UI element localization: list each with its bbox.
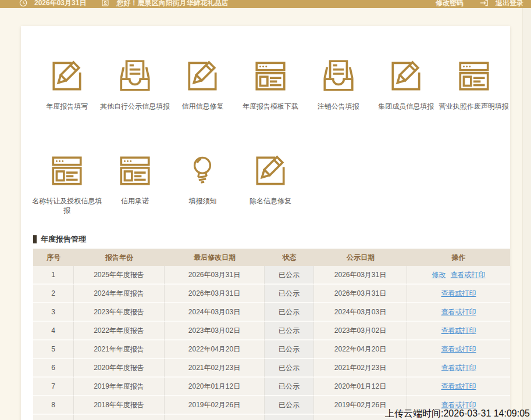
status: 已公示 bbox=[265, 340, 314, 359]
operations-cell: 修改查看或打印 bbox=[407, 266, 510, 285]
last-modified-date: 2021年02月23日 bbox=[165, 359, 265, 378]
publish-date: 2021年02月23日 bbox=[314, 359, 407, 378]
launcher-item-label: 营业执照作废声明填报 bbox=[438, 102, 510, 111]
row-no: 1 bbox=[33, 266, 74, 285]
status: 已公示 bbox=[265, 396, 314, 415]
status: 已公示 bbox=[265, 266, 314, 285]
status: 已公示 bbox=[265, 359, 314, 378]
row-no: 7 bbox=[33, 378, 74, 396]
operations-cell: 查看或打印 bbox=[407, 378, 510, 396]
launcher-item[interactable]: 注销公告填报 bbox=[304, 56, 372, 111]
logout-icon[interactable] bbox=[480, 0, 489, 7]
topbar-inner: 2026年03月31日 您好！鹿泉区向阳街月华鲜花礼品店 修改密码 退出登录 bbox=[0, 0, 531, 8]
topbar: 2026年03月31日 您好！鹿泉区向阳街月华鲜花礼品店 修改密码 退出登录 bbox=[0, 0, 531, 8]
operations-cell: 查看或打印 bbox=[407, 322, 510, 340]
launcher-item-label: 除名信息修复 bbox=[234, 196, 307, 206]
report-year: 2025年年度报告 bbox=[74, 266, 165, 285]
launcher-item-label: 信用承诺 bbox=[99, 196, 171, 206]
view-or-print-link[interactable]: 查看或打印 bbox=[441, 289, 476, 297]
topbar-date: 2026年03月31日 bbox=[34, 0, 86, 8]
table-row: 22024年年度报告2026年03月31日已公示2026年03月31日查看或打印 bbox=[33, 285, 510, 303]
launcher-item[interactable]: 年度报告模板下载 bbox=[237, 56, 305, 111]
table-row: 12025年年度报告2026年03月31日已公示2026年03月31日修改查看或… bbox=[33, 266, 510, 285]
launcher-item[interactable]: 集团成员信息填报 bbox=[372, 56, 440, 111]
publish-date: 2024年03月03日 bbox=[314, 303, 407, 322]
row-no: 5 bbox=[33, 340, 74, 359]
scrollbar-track[interactable] bbox=[522, 8, 531, 420]
view-or-print-link[interactable]: 查看或打印 bbox=[441, 382, 476, 390]
clock-icon bbox=[19, 0, 27, 7]
empty-cell bbox=[165, 415, 265, 420]
launcher-item-label: 填报须知 bbox=[166, 196, 238, 206]
launcher-row-2: 名称转让及授权信息填报 信用承诺 填报须知 除名信息修复 bbox=[33, 151, 508, 215]
operations-cell: 查看或打印 bbox=[407, 303, 510, 322]
lightbulb-icon bbox=[183, 151, 222, 189]
annual-report-table: 序号报告年份最后修改日期状态公示日期操作 12025年年度报告2026年03月3… bbox=[33, 249, 510, 420]
row-no: 6 bbox=[33, 359, 74, 378]
edit-square-icon bbox=[251, 151, 290, 189]
row-no: 3 bbox=[33, 303, 74, 322]
last-modified-date: 2026年03月31日 bbox=[165, 285, 265, 303]
topbar-greeting: 您好！鹿泉区向阳街月华鲜花礼品店 bbox=[116, 0, 228, 8]
launcher-item[interactable]: 年度报告填写 bbox=[33, 56, 101, 111]
edit-square-icon bbox=[387, 56, 425, 95]
column-header: 操作 bbox=[407, 249, 510, 266]
launcher-item[interactable]: 其他自行公示信息填报 bbox=[101, 56, 169, 111]
launcher-row-1: 年度报告填写 其他自行公示信息填报 信用信息修复 年度报告模板下载 bbox=[33, 56, 508, 111]
launcher-item[interactable]: 除名信息修复 bbox=[237, 151, 305, 215]
view-or-print-link[interactable]: 查看或打印 bbox=[451, 271, 486, 279]
column-header: 最后修改日期 bbox=[165, 249, 265, 266]
section-title-bar bbox=[33, 235, 37, 243]
logout-button[interactable]: 退出登录 bbox=[496, 0, 523, 8]
report-year: 2021年年度报告 bbox=[74, 340, 165, 359]
launcher-item-label: 年度报告模板下载 bbox=[234, 102, 307, 111]
table-row: 32023年年度报告2024年03月03日已公示2024年03月03日查看或打印 bbox=[33, 303, 510, 322]
view-or-print-link[interactable]: 查看或打印 bbox=[441, 308, 476, 316]
edit-square-icon bbox=[183, 56, 222, 95]
launcher-item[interactable]: 名称转让及授权信息填报 bbox=[33, 151, 101, 215]
empty-cell bbox=[74, 415, 165, 420]
edit-square-icon bbox=[48, 56, 86, 95]
launcher-item[interactable]: 营业执照作废声明填报 bbox=[440, 56, 508, 111]
inbox-doc-icon bbox=[319, 56, 358, 95]
last-modified-date: 2023年03月02日 bbox=[165, 322, 265, 340]
launcher-item-label: 年度报告填写 bbox=[31, 102, 103, 111]
browser-window-icon bbox=[251, 56, 290, 95]
launcher-item-label: 注销公告填报 bbox=[302, 102, 375, 111]
row-no: 8 bbox=[33, 396, 74, 415]
publish-date: 2023年03月02日 bbox=[314, 322, 407, 340]
change-password-button[interactable]: 修改密码 bbox=[436, 0, 464, 8]
launcher-item-label: 集团成员信息填报 bbox=[370, 102, 442, 111]
publish-date: 2026年03月31日 bbox=[314, 266, 407, 285]
operations-cell: 查看或打印 bbox=[407, 359, 510, 378]
last-modified-date: 2026年03月31日 bbox=[165, 266, 265, 285]
view-or-print-link[interactable]: 查看或打印 bbox=[441, 364, 476, 372]
launcher-item[interactable]: 填报须知 bbox=[169, 151, 237, 215]
last-modified-date: 2022年04月20日 bbox=[165, 340, 265, 359]
launcher-item-label: 其他自行公示信息填报 bbox=[99, 102, 171, 111]
section-title-text: 年度报告管理 bbox=[41, 234, 86, 245]
column-header: 公示日期 bbox=[314, 249, 407, 266]
inbox-doc-icon bbox=[116, 56, 154, 95]
column-header: 报告年份 bbox=[74, 249, 165, 266]
last-modified-date: 2024年03月03日 bbox=[165, 303, 265, 322]
column-header: 序号 bbox=[33, 249, 74, 266]
row-no: 2 bbox=[33, 285, 74, 303]
operations-cell: 查看或打印 bbox=[407, 285, 510, 303]
status: 已公示 bbox=[265, 378, 314, 396]
modify-link[interactable]: 修改 bbox=[432, 271, 446, 279]
column-header: 状态 bbox=[265, 249, 314, 266]
launcher-item[interactable]: 信用承诺 bbox=[101, 151, 169, 215]
launcher-item-label: 名称转让及授权信息填报 bbox=[31, 196, 103, 215]
report-year: 2022年年度报告 bbox=[74, 322, 165, 340]
view-or-print-link[interactable]: 查看或打印 bbox=[441, 345, 476, 353]
upload-time-watermark: 上传云端时间:2026-03-31 14:09:05 bbox=[385, 408, 530, 419]
launcher-item[interactable]: 信用信息修复 bbox=[169, 56, 237, 111]
report-year: 2020年年度报告 bbox=[74, 359, 165, 378]
row-no: 4 bbox=[33, 322, 74, 340]
view-or-print-link[interactable]: 查看或打印 bbox=[441, 326, 476, 335]
report-year: 2019年年度报告 bbox=[74, 378, 165, 396]
main-card: 年度报告填写 其他自行公示信息填报 信用信息修复 年度报告模板下载 bbox=[21, 26, 510, 420]
report-year: 2018年年度报告 bbox=[74, 396, 165, 415]
last-modified-date: 2019年02月26日 bbox=[165, 396, 265, 415]
